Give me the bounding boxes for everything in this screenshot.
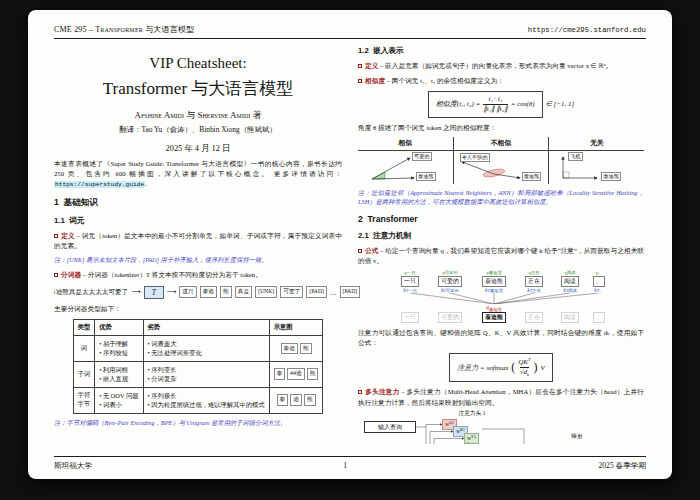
mha-text: – 多头注意力（Multi-Head Attention，MHA）层会在多个注意… bbox=[358, 388, 644, 405]
vector-label: 泰迪熊 bbox=[416, 172, 436, 182]
query-token-row: 一只 可爱的 泰迪熊 正在 阅读 。 bbox=[395, 312, 607, 323]
similarity-text: – 两个词元 t₁、t₂ 的余弦相似度定义为： bbox=[387, 77, 504, 84]
vector-label: 泰迪熊 bbox=[601, 172, 621, 182]
left-column: VIP Cheatsheet: Transformer 与大语言模型 Afshi… bbox=[54, 44, 342, 444]
definition-similarity: 相似度 – 两个词元 t₁、t₂ 的余弦相似度定义为： bbox=[358, 76, 644, 86]
vertical-dots: ⋮ bbox=[458, 441, 478, 444]
con-item: 因为粒度层级过低，难以理解其中的模式 bbox=[148, 400, 265, 409]
formula-numerator: t₁ · t₂ bbox=[488, 95, 502, 104]
similar-panel: 相似 可爱的 泰迪熊 bbox=[358, 137, 453, 184]
tokenizer-types-table: 类型 优势 劣势 示意图 词 易于理解 序列较短 词表庞大 无法处理词形变化 bbox=[73, 319, 324, 414]
page-footer: 斯坦福大学 1 2025 春季学期 bbox=[54, 456, 646, 471]
course-url-link[interactable]: https://cme295.stanford.edu bbox=[528, 26, 646, 34]
close-paren: ) bbox=[533, 360, 537, 375]
row-pros: 利用词根 嵌入直观 bbox=[95, 361, 143, 387]
formula-range: ∈ [−1, 1] bbox=[546, 100, 575, 108]
token-chip: 阅读 bbox=[561, 312, 579, 323]
panel-title: 相似 bbox=[358, 137, 453, 151]
definition-attention-formula: 公式 – 给定一个查询向量 q，我们希望知道它应该对哪个键 k 给予“注意”，从… bbox=[358, 246, 644, 266]
footer-university: 斯坦福大学 bbox=[54, 461, 92, 471]
definition-square-icon bbox=[358, 64, 362, 68]
token-chip: 这只 bbox=[179, 286, 196, 298]
token-chip: [PAD] bbox=[306, 286, 327, 298]
pro-item: 易于理解 bbox=[99, 339, 138, 348]
token-chip: 泰迪 bbox=[200, 286, 217, 298]
intro-period: . bbox=[145, 180, 147, 187]
token-chip: ##迪 bbox=[287, 368, 304, 380]
token-chip: 正在 bbox=[525, 312, 543, 323]
formula-denominator: ∥t₁∥ ∥t₂∥ bbox=[483, 104, 508, 114]
token-chip: 。 bbox=[593, 276, 605, 287]
projection-label: 映射 bbox=[552, 433, 602, 441]
unrelated-panel: 无关 飞机 泰迪熊 bbox=[548, 137, 644, 184]
course-title: CME 295 – Transformer 与大语言模型 bbox=[54, 24, 194, 35]
doc-title-line1: VIP Cheatsheet: bbox=[54, 55, 342, 72]
vector-label: 可爱的 bbox=[412, 152, 432, 162]
pro-item: 嵌入直观 bbox=[99, 374, 138, 383]
token-chip: 熊 bbox=[220, 286, 232, 298]
token-chip: 一只 bbox=[401, 312, 419, 323]
token-chip: [UNK] bbox=[255, 286, 277, 298]
token-chip: 熊 bbox=[307, 368, 319, 380]
col-header-cons: 劣势 bbox=[143, 319, 269, 335]
con-item: 分词复杂 bbox=[148, 374, 265, 383]
token-chip: 一只 bbox=[401, 276, 419, 287]
intro-paragraph: 本速查表概述了《Super Study Guide: Transformer 与… bbox=[54, 159, 342, 189]
pro-item: 序列较短 bbox=[99, 348, 138, 357]
token-chip: 泰 bbox=[274, 368, 286, 380]
row-cons: 词表庞大 无法处理词形变化 bbox=[143, 335, 269, 361]
col-header-type: 类型 bbox=[73, 319, 95, 335]
definition-mha: 多头注意力 – 多头注意力（Multi-Head Attention，MHA）层… bbox=[358, 387, 644, 407]
token-chip: 可爱的 bbox=[438, 276, 462, 287]
definition-text: – 词元（token）是文本中的最小不可分割单元，如单词、子词或字符，属于预定义… bbox=[54, 232, 342, 249]
embedding-term: 定义 bbox=[365, 62, 378, 69]
table-intro: 主要分词器类型如下： bbox=[54, 304, 342, 314]
pro-item: 词表小 bbox=[99, 400, 138, 409]
similar-vectors-figure bbox=[358, 151, 451, 184]
attention-fan-lines bbox=[395, 293, 607, 304]
similarity-diagram: 相似 可爱的 泰迪熊 不相似 bbox=[358, 137, 644, 184]
section-2-1-heading: 2.1 注意力机制 bbox=[358, 231, 644, 241]
doc-title-line2: Transformer 与大语言模型 bbox=[54, 77, 342, 100]
translators: 翻译：Tao Yu（俞涛）、Binbin Xiong（熊斌斌） bbox=[54, 125, 342, 135]
definition-tokenizer: 分词器 – 分词器（tokenizer）T 将文本按不同粒度切分为若干 toke… bbox=[54, 270, 342, 280]
highlighted-token-chip: 泰迪熊 bbox=[482, 312, 506, 323]
pro-item: 无 OOV 问题 bbox=[99, 391, 138, 400]
attention-matrix-text: 注意力可以通过包含查询、键和值的矩阵 Q、K、V 高效计算，同时结合键的维度 d… bbox=[358, 328, 644, 348]
section-1-heading: 1 基础知识 bbox=[54, 197, 342, 209]
row-demo: 泰 迪 熊 bbox=[269, 387, 323, 413]
definition-square-icon bbox=[358, 249, 362, 253]
note-unk-pad: 注：[UNK] 表示未知文本片段，[PAD] 用于补齐输入，使序列长度保持一致。 bbox=[54, 255, 342, 264]
tokenizer-example: 这只泰迪熊真是太太太太可爱了 ⟶ T ⟶ 这只 泰迪 熊 真是 [UNK] 可爱… bbox=[54, 286, 342, 299]
footer-page-number: 1 bbox=[343, 461, 347, 471]
mha-term: 多头注意力 bbox=[365, 388, 399, 395]
row-cons: 序列变长 分词复杂 bbox=[143, 361, 269, 387]
tokenizer-text: – 分词器（tokenizer）T 将文本按不同粒度切分为若干 token。 bbox=[83, 271, 262, 278]
right-column: 1.2 嵌入表示 定义 – 嵌入是元素（如词元或句子）的向量化表示，形式表示为向… bbox=[358, 44, 644, 444]
dissimilar-panel: 不相似 令人不快的 泰迪熊 bbox=[453, 137, 549, 184]
embedding-text: – 嵌入是元素（如词元或句子）的向量化表示，形式表示为向量 vector x ∈… bbox=[380, 62, 612, 69]
section-2-heading: 2 Transformer bbox=[358, 214, 644, 224]
attention-formula: 注意力 = softmax ( QKT √dk ) V bbox=[358, 353, 644, 382]
con-item: 序列极长 bbox=[148, 391, 265, 400]
token-row: 一只 可爱的 泰迪熊 正在 阅读 。 bbox=[395, 276, 607, 287]
panel-title: 无关 bbox=[549, 137, 644, 151]
section-1-2-heading: 1.2 嵌入表示 bbox=[358, 46, 644, 56]
con-item: 词表庞大 bbox=[148, 339, 265, 348]
arrow-right-icon: ⟶ bbox=[167, 288, 176, 296]
col-header-demo: 示意图 bbox=[269, 319, 323, 335]
row-cons: 序列极长 因为粒度层级过低，难以理解其中的模式 bbox=[143, 387, 269, 413]
row-type: 词 bbox=[73, 335, 95, 361]
intro-more: 更多详情请访问： bbox=[274, 170, 342, 177]
formula-rhs: = cos(θ) bbox=[511, 100, 535, 108]
tokenizer-term: 分词器 bbox=[61, 271, 81, 278]
token-chip: 可爱的 bbox=[438, 312, 462, 323]
definition-embedding: 定义 – 嵌入是元素（如词元或句子）的向量化表示，形式表示为向量 vector … bbox=[358, 61, 644, 71]
row-pros: 无 OOV 问题 词表小 bbox=[95, 387, 143, 413]
superstudy-link[interactable]: https://superstudy.guide bbox=[54, 181, 145, 188]
arrow-right-icon: ⟶ bbox=[131, 288, 140, 296]
token-chip: 泰 bbox=[277, 394, 289, 406]
formula-lhs: 注意力 = softmax bbox=[457, 363, 508, 373]
con-item: 序列变长 bbox=[148, 365, 265, 374]
multi-head-attention-diagram: 输入查询 输入键 输入值 注意力头 1 WQ1 WK1 WV1 ⋮ 注意力头 h… bbox=[358, 411, 646, 444]
